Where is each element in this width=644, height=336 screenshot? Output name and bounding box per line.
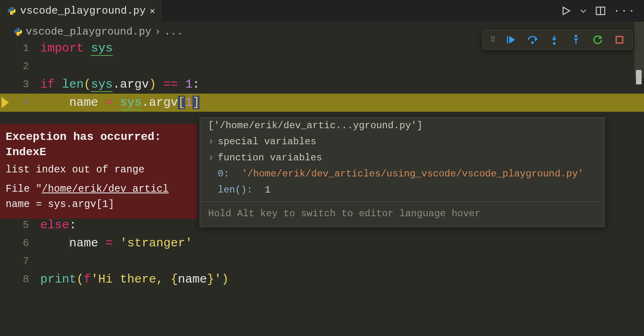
hover-hint: Hold Alt key to switch to editor languag… xyxy=(200,201,604,224)
tab-actions: ··· xyxy=(560,0,644,22)
svg-point-4 xyxy=(575,35,577,37)
continue-icon[interactable] xyxy=(505,34,516,45)
more-icon[interactable]: ··· xyxy=(613,5,636,17)
svg-rect-5 xyxy=(616,37,623,43)
drag-handle-icon[interactable]: ⠿ xyxy=(490,38,495,42)
stop-icon[interactable] xyxy=(614,34,625,45)
close-icon[interactable]: ✕ xyxy=(150,6,155,16)
line-number: 1 xyxy=(0,39,40,57)
step-over-icon[interactable] xyxy=(527,34,538,45)
debug-hover-panel: ['/home/erik/dev_artic...yground.py'] ›s… xyxy=(200,117,605,227)
exception-panel: Exception has occurred: IndexE list inde… xyxy=(0,124,197,219)
debug-toolbar: ⠿ xyxy=(483,30,633,50)
line-number: 4 xyxy=(0,94,40,112)
chevron-right-icon: › xyxy=(208,150,215,166)
step-into-icon[interactable] xyxy=(549,34,560,45)
chevron-right-icon: › xyxy=(208,134,215,150)
step-out-icon[interactable] xyxy=(570,34,582,45)
hover-kv: len(): 1 xyxy=(200,182,604,198)
restart-icon[interactable] xyxy=(592,34,603,45)
run-icon[interactable] xyxy=(560,5,572,16)
svg-point-2 xyxy=(531,41,534,44)
svg-point-3 xyxy=(553,42,555,45)
tab-filename: vscode_playground.py xyxy=(20,5,146,17)
hover-kv: 0: '/home/erik/dev_articles/using_vscode… xyxy=(200,166,604,182)
line-number: 7 xyxy=(0,252,40,270)
hover-expand-function[interactable]: ›function variables xyxy=(200,150,604,166)
exception-code: name = sys.argv[1] xyxy=(6,197,192,212)
exception-file-link[interactable]: /home/erik/dev_articl xyxy=(42,183,169,195)
exception-message: list index out of range xyxy=(6,162,192,178)
current-line: 4 name = sys.argv[1] xyxy=(0,94,644,112)
line-number: 8 xyxy=(0,270,40,289)
hover-header: ['/home/erik/dev_artic...yground.py'] xyxy=(200,118,604,134)
exception-title: Exception has occurred: IndexE xyxy=(6,129,192,160)
tab-active[interactable]: vscode_playground.py ✕ xyxy=(0,0,163,22)
split-editor-icon[interactable] xyxy=(595,5,606,16)
breadcrumb-tail: ... xyxy=(164,26,183,38)
line-number: 6 xyxy=(0,234,40,252)
python-icon xyxy=(14,27,23,36)
python-icon xyxy=(7,6,16,15)
tab-bar: vscode_playground.py ✕ ··· xyxy=(0,0,644,22)
line-number: 3 xyxy=(0,76,40,94)
line-number: 5 xyxy=(0,216,40,234)
breadcrumb-sep: › xyxy=(155,26,161,38)
minimap[interactable] xyxy=(634,22,644,336)
line-number: 2 xyxy=(0,57,40,76)
breadcrumb-filename: vscode_playground.py xyxy=(26,26,151,38)
chevron-down-icon[interactable] xyxy=(579,6,588,15)
hover-expand-special[interactable]: ›special variables xyxy=(200,134,604,150)
